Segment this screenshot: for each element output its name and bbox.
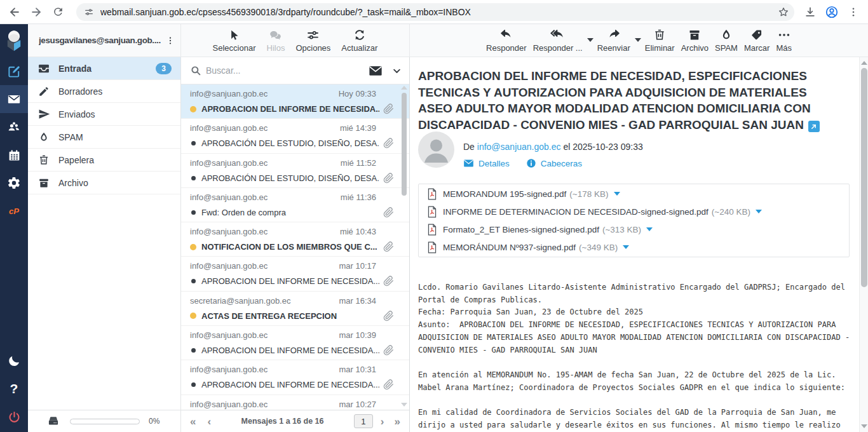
folder-item-entrada[interactable]: Entrada3: [28, 57, 180, 80]
message-date: Hoy 09:33: [339, 89, 376, 98]
taskbar-compose[interactable]: [0, 57, 28, 85]
external-link-icon[interactable]: [808, 121, 820, 132]
reply-all-dropdown[interactable]: [587, 38, 593, 42]
attachment-item[interactable]: INFORME DE DETERMINACION DE NECESIDAD-si…: [427, 203, 841, 220]
forward-dropdown[interactable]: [635, 38, 641, 42]
archive-button[interactable]: Archivo: [681, 28, 709, 53]
from-email[interactable]: info@sanjuan.gob.ec: [477, 142, 561, 152]
taskbar-theme-toggle[interactable]: [0, 347, 28, 375]
attachment-dropdown-icon[interactable]: [623, 245, 629, 249]
threads-button[interactable]: Hilos: [267, 28, 285, 53]
options-button[interactable]: Opciones: [295, 28, 330, 53]
forward-button[interactable]: Reenviar: [597, 28, 630, 53]
pdf-icon: [427, 188, 437, 200]
unread-dot-icon: [190, 313, 196, 319]
attachment-item[interactable]: Formato_2_ET Bienes-signed-signed.pdf(~3…: [427, 220, 841, 238]
more-button[interactable]: Más: [776, 28, 792, 53]
browser-profile-icon[interactable]: [821, 1, 843, 23]
message-body: Lcdo. Romario Gavilanes Litardo-Asistent…: [418, 281, 857, 431]
attachment-dropdown-icon[interactable]: [756, 210, 762, 213]
reply-all-button[interactable]: Responder ...: [533, 28, 583, 53]
message-row[interactable]: info@sanjuan.gob.ecmié 14:39APROBACIÓN D…: [181, 119, 409, 153]
browser-back-button[interactable]: [4, 1, 25, 23]
attachment-dropdown-icon[interactable]: [646, 227, 653, 231]
message-row[interactable]: info@sanjuan.gob.ecmar 10:31APROBACION D…: [181, 360, 409, 395]
browser-forward-button[interactable]: [25, 1, 47, 23]
folder-item-spam[interactable]: SPAM: [28, 126, 180, 149]
site-settings-icon[interactable]: [84, 7, 94, 17]
folder-item-archivo[interactable]: Archivo: [28, 172, 180, 194]
page-last-button[interactable]: »: [395, 416, 400, 427]
mark-button[interactable]: Marcar: [744, 28, 770, 53]
message-scrollbar[interactable]: [859, 57, 868, 432]
attachment-item[interactable]: MEMORANDUM 195-signed.pdf(~178 KB): [427, 185, 841, 203]
reply-button[interactable]: Responder: [486, 28, 527, 53]
message-row[interactable]: info@sanjuan.gob.ecmar 10:17APROBACION D…: [181, 257, 409, 291]
sender-info: De info@sanjuan.gob.ec el 2025-10-23 09:…: [463, 132, 643, 168]
taskbar-logout[interactable]: [0, 403, 28, 431]
taskbar-calendar[interactable]: [0, 141, 28, 169]
delete-label: Eliminar: [645, 43, 675, 53]
taskbar-settings[interactable]: [0, 169, 28, 197]
attachment-name[interactable]: Formato_2_ET Bienes-signed-signed.pdf: [443, 225, 599, 234]
details-link[interactable]: Detalles: [463, 159, 510, 168]
taskbar-contacts[interactable]: [0, 113, 28, 141]
search-options-chevron[interactable]: [392, 66, 402, 76]
taskbar-cpanel[interactable]: cP: [0, 197, 28, 225]
message-row[interactable]: info@sanjuan.gob.ecmar 10:27: [181, 395, 409, 410]
message-scrollbar-thumb[interactable]: [861, 68, 867, 287]
paperclip-icon: [383, 104, 394, 114]
folder-label: SPAM: [58, 132, 83, 142]
list-scrollbar[interactable]: [401, 85, 407, 409]
search-placeholder[interactable]: Buscar...: [206, 65, 369, 76]
page-first-button[interactable]: «: [190, 416, 196, 427]
folder-item-papelera[interactable]: Papelera: [28, 149, 180, 172]
message-row[interactable]: info@sanjuan.gob.ecmar 10:39APROBACION D…: [181, 326, 409, 360]
message-row[interactable]: secretaria@sanjuan.gob.ecmar 16:34ACTAS …: [181, 292, 409, 326]
message-from: info@sanjuan.gob.ec: [190, 330, 339, 340]
attachment-name[interactable]: INFORME DE DETERMINACION DE NECESIDAD-si…: [443, 207, 709, 217]
account-menu-icon[interactable]: [165, 36, 175, 46]
message-subject: APROBACION DEL INFORME DE NECESIDA...: [201, 276, 379, 286]
search-scope-icon[interactable]: [369, 65, 383, 77]
attachment-item[interactable]: MEMORÁNDUM Nº937-signed.pdf(~349 KB): [427, 238, 841, 256]
folder-label: Archivo: [58, 178, 88, 188]
bookmark-star-icon[interactable]: [778, 6, 789, 18]
folder-label: Papelera: [58, 155, 94, 165]
attachment-name[interactable]: MEMORANDUM 195-signed.pdf: [443, 189, 566, 199]
taskbar-mail[interactable]: [0, 85, 28, 113]
browser-menu-icon[interactable]: [843, 1, 864, 23]
spam-button[interactable]: SPAM: [715, 28, 738, 53]
browser-address-bar[interactable]: webmail.sanjuan.gob.ec/cpsess4569390018/…: [76, 3, 794, 21]
message-subject: APROBACION DEL INFORME DE NECESIDA...: [201, 346, 379, 355]
select-button[interactable]: Seleccionar: [213, 28, 256, 53]
message-row[interactable]: info@sanjuan.gob.ecmié 11:36Fwd: Orden d…: [181, 188, 409, 222]
list-scrollbar-thumb[interactable]: [402, 93, 407, 196]
download-icon[interactable]: [799, 1, 821, 23]
browser-refresh-button[interactable]: [47, 1, 69, 23]
delete-button[interactable]: Eliminar: [645, 28, 675, 53]
message-from: info@sanjuan.gob.ec: [190, 227, 340, 236]
mark-label: Marcar: [744, 43, 770, 53]
taskbar-help[interactable]: ?: [0, 375, 28, 403]
attachment-dropdown-icon[interactable]: [614, 192, 620, 196]
avatar: [418, 132, 454, 168]
message-row[interactable]: info@sanjuan.gob.ecHoy 09:33APROBACION D…: [181, 84, 409, 119]
cursor-icon: [228, 28, 240, 42]
folder-item-borradores[interactable]: Borradores: [28, 80, 180, 103]
folder-item-enviados[interactable]: Enviados: [28, 103, 180, 126]
refresh-button[interactable]: Actualizar: [341, 28, 377, 53]
url-text[interactable]: webmail.sanjuan.gob.ec/cpsess4569390018/…: [100, 7, 778, 17]
pdf-icon: [427, 224, 437, 236]
message-row[interactable]: info@sanjuan.gob.ecmié 10:43NOTIFICACION…: [181, 222, 409, 257]
message-row[interactable]: info@sanjuan.gob.ecmié 11:52APROBACIÓN D…: [181, 154, 409, 188]
read-dot-icon: [191, 141, 196, 145]
pdf-icon: [427, 241, 437, 253]
page-number-box[interactable]: 1: [354, 414, 373, 428]
message-date: mar 10:27: [339, 400, 376, 409]
attachment-name[interactable]: MEMORÁNDUM Nº937-signed.pdf: [443, 243, 576, 252]
paperclip-icon: [383, 311, 394, 321]
search-bar[interactable]: Buscar...: [181, 57, 409, 84]
headers-link[interactable]: Cabeceras: [526, 158, 582, 168]
page-next-button[interactable]: ›: [381, 416, 384, 427]
